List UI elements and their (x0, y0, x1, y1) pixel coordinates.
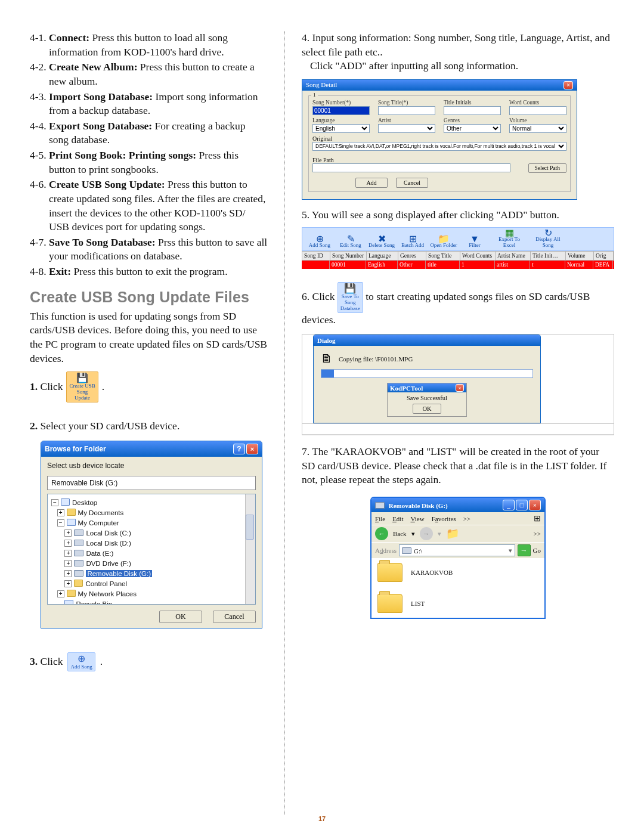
item-4-2: 4-2. Create New Album: Press this button… (30, 60, 268, 88)
selected-path: Removable Disk (G:) (47, 476, 256, 490)
step4-text: 4. Input song information: Song number, … (302, 31, 614, 73)
up-folder-icon[interactable]: 📁 (446, 527, 459, 540)
message-box: KodPCTool × Save Successful OK (387, 383, 467, 417)
windows-flag-icon: ⊞ (534, 513, 541, 524)
dialog-prompt: Select usb device locate (47, 462, 256, 470)
folder-icon (377, 594, 402, 613)
progress-bar (321, 369, 533, 378)
go-button[interactable]: → (518, 544, 531, 556)
song-grid-header: Song IDSong NumberLanguageGenresSong Tit… (302, 251, 614, 261)
item-4-4: 4-4. Export Song Database: For creating … (30, 119, 268, 147)
tb-filter[interactable]: ▼Filter (461, 236, 488, 248)
language-select[interactable]: English (312, 124, 370, 133)
file-icon: 🗎 (321, 352, 333, 366)
tb-display-all[interactable]: ↻Display All Song (530, 230, 566, 248)
close-button[interactable]: × (529, 500, 541, 510)
address-input[interactable]: G:\▾ (399, 544, 515, 556)
close-button[interactable]: × (456, 384, 464, 392)
add-song-button[interactable]: ⊕ Add Song (67, 652, 95, 671)
help-button[interactable]: ? (233, 444, 245, 454)
close-button[interactable]: × (246, 444, 258, 454)
tb-edit-song[interactable]: ✎Edit Song (337, 236, 364, 248)
ok-button[interactable]: OK (413, 404, 441, 414)
browse-folder-dialog: Browse for Folder ? × Select usb device … (41, 441, 262, 628)
usb-icon: 💾 (76, 373, 88, 383)
page-number: 17 (0, 815, 644, 822)
add-button[interactable]: Add (355, 178, 388, 188)
heading-create-usb: Create USB Song Update Files (30, 289, 268, 306)
cancel-button[interactable]: Cancel (213, 611, 256, 623)
item-4-5: 4-5. Print Song Book: Printing songs: Pr… (30, 148, 268, 176)
tb-open-folder[interactable]: 📁Open Folder (430, 236, 457, 248)
item-4-3: 4-3. Import Song Database: Import song i… (30, 90, 268, 118)
copying-text: Copying file: \F00101.MPG (339, 355, 413, 363)
folder-tree[interactable]: −Desktop +My Documents −My Computer +Loc… (47, 494, 256, 605)
item-4-6: 4-6. Create USB Song Update: Press this … (30, 178, 268, 234)
forward-button[interactable]: → (420, 527, 433, 540)
song-grid-row[interactable]: 00001EnglishOthertitle1artisttNormalDEFA (302, 261, 614, 269)
file-path-input[interactable] (312, 163, 510, 172)
step5-text: 5. You will see a song displayed after c… (302, 208, 614, 222)
intro-text: This function is used for updating songs… (30, 309, 268, 366)
ok-button[interactable]: OK (159, 611, 202, 623)
folder-karaokvob[interactable]: KARAOKVOB (377, 563, 538, 582)
volume-select[interactable]: Normal (509, 124, 566, 133)
folder-icon (377, 563, 402, 582)
song-title-input[interactable] (378, 106, 435, 115)
tb-batch-add[interactable]: ⊞Batch Add (399, 236, 426, 248)
title-initials-input[interactable] (444, 106, 501, 115)
explorer-window: Removable Disk (G:) _ □ × FileEditViewFa… (370, 497, 546, 619)
maximize-button[interactable]: □ (516, 500, 528, 510)
tb-delete-song[interactable]: ✖Delete Song (368, 236, 395, 248)
minimize-button[interactable]: _ (503, 500, 515, 510)
cancel-button[interactable]: Cancel (396, 178, 428, 188)
explorer-menu[interactable]: FileEditViewFavorites>> ⊞ (371, 512, 544, 525)
tb-add-song[interactable]: ⊕Add Song (306, 236, 333, 248)
word-counts-input[interactable] (509, 106, 566, 115)
step7-text: 7. The "KARAOKVOB" and "LIST" will be cr… (302, 445, 614, 487)
select-path-button[interactable]: Select Path (528, 163, 566, 173)
close-button[interactable]: × (564, 81, 573, 89)
genres-select[interactable]: Other (444, 124, 501, 133)
copy-dialog: Dialog 🗎 Copying file: \F00101.MPG KodPC… (313, 335, 541, 423)
original-select[interactable]: DEFAULT:Single track AVI,DAT,or MPEG1,ri… (312, 142, 566, 151)
item-4-1: 4-1. Connect: Press this button to load … (30, 31, 268, 59)
artist-select[interactable] (378, 124, 435, 133)
create-usb-song-update-button[interactable]: 💾 Create USB Song Update (66, 371, 98, 402)
item-4-8: 4-8. Exit: Press this button to exit the… (30, 265, 268, 279)
tb-export-excel[interactable]: ▦Export To Excel (492, 230, 527, 248)
folder-list[interactable]: LIST (377, 594, 538, 613)
song-toolbar: ⊕Add Song ✎Edit Song ✖Delete Song ⊞Batch… (302, 227, 614, 251)
back-button[interactable]: ← (375, 527, 388, 540)
song-number-input[interactable] (312, 106, 370, 115)
save-to-song-database-button[interactable]: 💾 Save ToSongDatabase (338, 282, 363, 313)
save-icon: 💾 (344, 284, 356, 293)
dialog-title: Browse for Folder (45, 445, 106, 453)
plus-icon: ⊕ (78, 654, 85, 664)
song-detail-dialog: Song Detail × 1 Song Number(*) Song Titl… (302, 79, 577, 200)
item-4-7: 4-7. Save To Song Database: Prss this bu… (30, 236, 268, 264)
